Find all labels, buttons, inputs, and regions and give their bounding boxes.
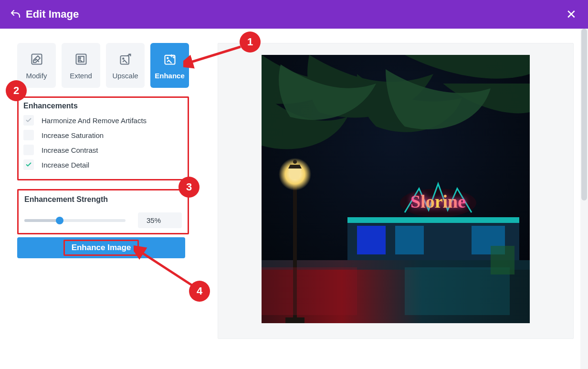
svg-rect-24 [262, 267, 357, 315]
option-label: Increase Detail [42, 161, 89, 169]
strength-slider[interactable] [24, 219, 126, 222]
tab-label: Extend [70, 72, 92, 80]
checkbox-saturation[interactable] [23, 130, 34, 140]
option-label: Harmonize And Remove Artifacts [42, 116, 147, 125]
image-preview: Slorine [218, 43, 574, 339]
tab-label: Enhance [155, 72, 185, 80]
enhance-icon [162, 52, 178, 67]
strength-value: 35% [138, 212, 182, 228]
svg-rect-3 [76, 54, 86, 64]
enhance-image-button[interactable]: Enhance Image [17, 237, 185, 258]
enhancement-option: Increase Saturation [23, 130, 183, 140]
option-label: Increase Saturation [42, 131, 104, 139]
close-icon[interactable]: ✕ [566, 7, 577, 22]
checkbox-detail[interactable] [23, 159, 34, 170]
svg-text:Slorine: Slorine [410, 191, 466, 211]
vertical-scrollbar[interactable] [580, 29, 588, 369]
enhancement-option: Harmonize And Remove Artifacts [23, 115, 183, 126]
enhancement-option: Increase Detail [23, 159, 183, 170]
svg-point-7 [123, 58, 124, 59]
extend-icon [74, 52, 89, 67]
svg-rect-16 [395, 226, 424, 254]
svg-point-23 [293, 160, 297, 164]
svg-point-5 [79, 57, 80, 58]
svg-rect-21 [285, 317, 304, 323]
tab-label: Modify [26, 72, 47, 80]
tab-enhance[interactable]: Enhance [150, 43, 189, 88]
svg-rect-26 [491, 246, 514, 274]
upscale-icon [118, 52, 133, 67]
enhance-button-label: Enhance Image [63, 240, 139, 256]
svg-rect-15 [357, 226, 386, 254]
tab-bar: Modify Extend Upscale Enhance [17, 43, 189, 88]
enhancements-section: Enhancements Harmonize And Remove Artifa… [17, 96, 189, 180]
scrollbar-thumb[interactable] [581, 29, 587, 200]
checkbox-harmonize[interactable] [23, 115, 34, 126]
modify-icon [29, 52, 44, 67]
tab-upscale[interactable]: Upscale [106, 43, 145, 88]
back-icon[interactable] [10, 9, 21, 20]
svg-rect-14 [347, 217, 519, 223]
slider-thumb[interactable] [56, 217, 63, 224]
enhancement-option: Increase Contrast [23, 145, 183, 155]
strength-section: Enhancement Strength 35% [17, 189, 189, 234]
section-title: Enhancements [23, 102, 183, 110]
header-bar: Edit Image ✕ [0, 0, 588, 29]
sidebar: Modify Extend Upscale Enhance [17, 43, 189, 369]
tab-extend[interactable]: Extend [62, 43, 100, 88]
strength-title: Enhancement Strength [24, 195, 182, 204]
tab-modify[interactable]: Modify [17, 43, 56, 88]
preview-image: Slorine [262, 55, 530, 323]
tab-label: Upscale [112, 72, 138, 80]
svg-point-9 [167, 57, 168, 58]
option-label: Increase Contrast [42, 146, 98, 154]
page-title: Edit Image [26, 8, 79, 21]
checkbox-contrast[interactable] [23, 145, 34, 155]
